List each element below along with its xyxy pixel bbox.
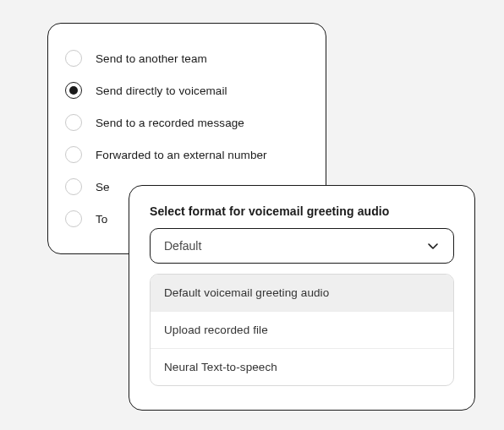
radio-label: Se [96, 181, 110, 193]
dropdown-option-upload-file[interactable]: Upload recorded file [151, 312, 453, 349]
dropdown-option-neural-tts[interactable]: Neural Text-to-speech [151, 349, 453, 385]
radio-label: Send directly to voicemail [96, 84, 227, 97]
radio-option-send-directly-to-voicemail[interactable]: Send directly to voicemail [65, 74, 309, 106]
radio-icon [65, 50, 82, 67]
format-select-value: Default [164, 239, 201, 253]
radio-label: Forwarded to an external number [96, 149, 267, 161]
chevron-down-icon [426, 239, 440, 253]
voicemail-format-card: Select format for voicemail greeting aud… [129, 185, 475, 411]
format-title: Select format for voicemail greeting aud… [150, 204, 454, 218]
radio-icon [65, 114, 82, 131]
radio-icon [65, 146, 82, 163]
dropdown-option-label: Upload recorded file [164, 324, 268, 336]
radio-option-send-to-recorded-message[interactable]: Send to a recorded message [65, 106, 309, 139]
radio-icon-selected [65, 82, 82, 99]
radio-icon [65, 178, 82, 195]
format-select[interactable]: Default [150, 228, 454, 264]
radio-label: To [96, 213, 107, 226]
radio-dot-icon [69, 86, 78, 95]
radio-label: Send to a recorded message [96, 117, 244, 129]
radio-label: Send to another team [96, 52, 207, 65]
radio-icon [65, 210, 82, 227]
radio-option-send-to-another-team[interactable]: Send to another team [65, 42, 309, 74]
dropdown-option-label: Default voicemail greeting audio [164, 286, 329, 299]
radio-option-forwarded-to-external-number[interactable]: Forwarded to an external number [65, 139, 309, 171]
dropdown-option-default-greeting[interactable]: Default voicemail greeting audio [151, 275, 453, 312]
format-dropdown: Default voicemail greeting audio Upload … [150, 274, 454, 386]
dropdown-option-label: Neural Text-to-speech [164, 361, 277, 373]
